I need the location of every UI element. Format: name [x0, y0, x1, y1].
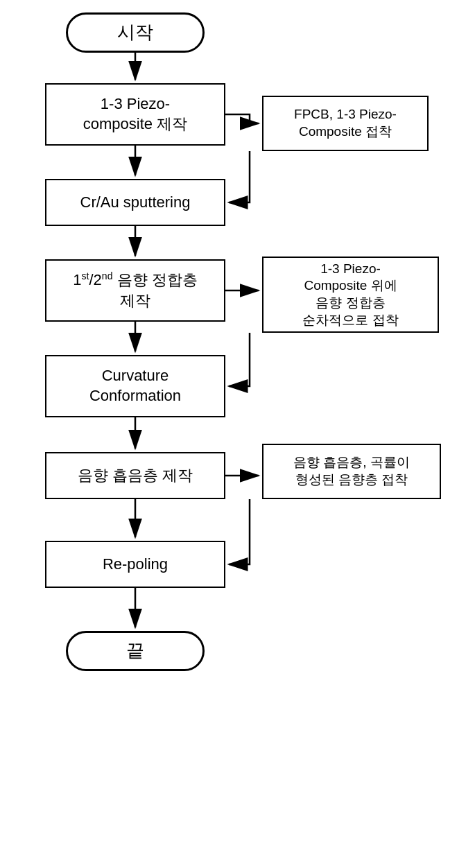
side2-node: 1-3 Piezo- Composite 위에 음향 정합층 순차적으로 접착: [262, 257, 439, 333]
end-node: 끝: [66, 631, 205, 671]
step5-node: 음향 흡음층 제작: [45, 452, 225, 499]
step3-node: 1st/2nd 음향 정합층 제작: [45, 259, 225, 322]
step1-node: 1-3 Piezo- composite 제작: [45, 83, 225, 146]
flowchart: 시작 1-3 Piezo- composite 제작 FPCB, 1-3 Pie…: [0, 0, 475, 868]
side1-node: FPCB, 1-3 Piezo- Composite 접착: [262, 96, 429, 151]
step6-node: Re-poling: [45, 541, 225, 588]
step2-node: Cr/Au sputtering: [45, 179, 225, 226]
start-node: 시작: [66, 12, 205, 53]
side3-node: 음향 흡음층, 곡률이 형성된 음향층 접착: [262, 444, 441, 499]
step4-node: Curvature Conformation: [45, 355, 225, 417]
